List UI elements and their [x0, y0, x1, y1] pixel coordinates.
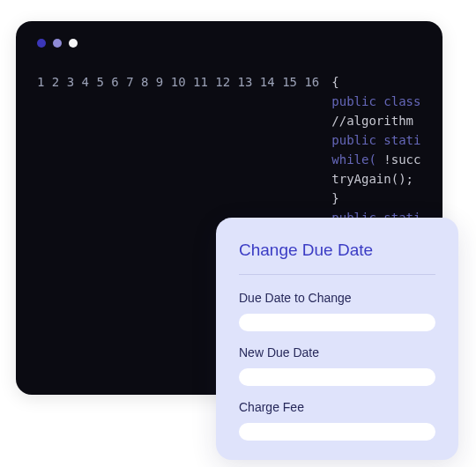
code-line: tryAgain(); — [331, 169, 421, 189]
code-line: //algorithm of success — [331, 111, 421, 130]
field-label: Charge Fee — [239, 400, 435, 414]
field-new-due-date: New Due Date — [239, 345, 435, 386]
due-date-to-change-input[interactable] — [239, 314, 435, 331]
field-label: New Due Date — [239, 345, 435, 360]
code-line: } — [331, 189, 421, 208]
charge-fee-input[interactable] — [239, 423, 435, 441]
code-line: { — [331, 72, 421, 92]
code-line: public class algorithmOfSuccess{ — [331, 92, 421, 111]
new-due-date-input[interactable] — [239, 368, 435, 386]
window-dot-1 — [37, 39, 46, 48]
dialog-title: Change Due Date — [239, 241, 435, 260]
window-dot-2 — [53, 39, 62, 48]
code-line: public static void main(String[] args){ — [331, 130, 421, 150]
field-due-date-to-change: Due Date to Change — [239, 291, 435, 331]
code-line: while( !success ){ — [331, 150, 421, 169]
window-traffic-lights — [37, 39, 421, 48]
field-charge-fee: Charge Fee — [239, 400, 435, 441]
window-dot-3 — [69, 39, 78, 48]
field-label: Due Date to Change — [239, 291, 435, 305]
change-due-date-dialog: Change Due Date Due Date to Change New D… — [216, 218, 458, 460]
dialog-divider — [239, 274, 435, 275]
